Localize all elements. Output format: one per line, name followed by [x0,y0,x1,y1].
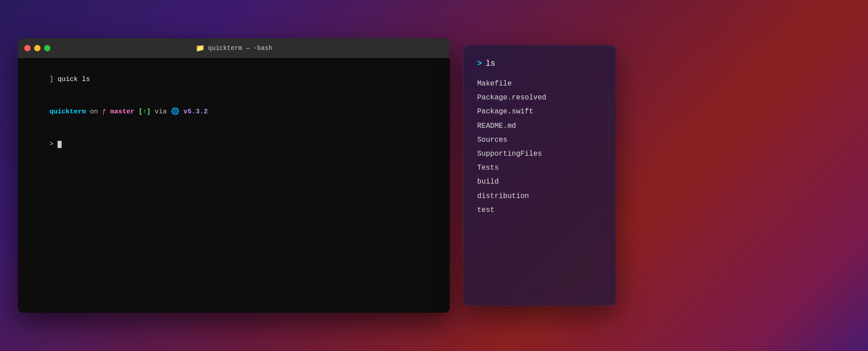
close-button[interactable] [24,45,31,51]
file-item-package-resolved: Package.resolved [477,92,602,104]
panel-prompt-arrow: > [477,59,482,68]
panel-command-text: ls [486,59,496,68]
via-text: via [151,108,171,116]
cursor [58,141,62,148]
folder-icon: 📁 [196,44,205,53]
file-item-supporting-files: SupportingFiles [477,148,602,160]
username-label: quickterm [49,108,86,116]
swift-emoji: 🌐 [171,108,179,116]
panel-file-list: Makefile Package.resolved Package.swift … [477,78,602,216]
terminal-window: 📁 quickterm — -bash ] quick ls quickterm… [18,38,450,313]
window-controls [24,45,50,51]
file-item-package-swift: Package.swift [477,106,602,118]
current-prompt-line: > [25,128,443,161]
file-item-distribution: distribution [477,190,602,202]
file-item-tests: Tests [477,162,602,174]
branch-icon: ƒ [102,108,106,116]
history-command: quick ls [58,76,90,83]
window-title: 📁 quickterm — -bash [196,44,273,53]
branch-name: master [106,108,139,116]
prompt-info-line: quickterm on ƒ master [↑] via 🌐 v5.3.2 [25,96,443,128]
history-line: ] quick ls [25,63,443,96]
modified-indicator: [↑] [139,108,151,116]
swift-version: v5.3.2 [179,108,208,116]
minimize-button[interactable] [34,45,40,51]
file-item-test: test [477,204,602,216]
maximize-button[interactable] [44,45,50,51]
on-text: on [86,108,102,116]
file-item-sources: Sources [477,134,602,146]
bracket: ] [49,76,58,83]
floating-panel: > ls Makefile Package.resolved Package.s… [463,45,616,306]
file-item-readme: README.md [477,120,602,132]
title-bar: 📁 quickterm — -bash [18,38,450,58]
file-item-makefile: Makefile [477,78,602,90]
window-title-text: quickterm — -bash [208,45,273,52]
file-item-build: build [477,176,602,188]
prompt-arrow: > [49,140,58,148]
terminal-body[interactable]: ] quick ls quickterm on ƒ master [↑] via… [18,58,450,313]
panel-command-line: > ls [477,59,602,68]
